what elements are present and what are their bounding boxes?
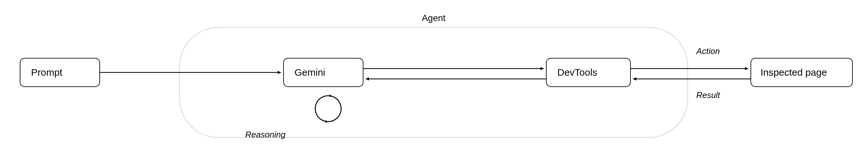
agent-group-label: Agent	[422, 13, 445, 23]
edge-reasoning-loop	[315, 96, 341, 122]
node-inspected-page: Inspected page	[751, 58, 852, 87]
edge-result-label: Result	[696, 90, 720, 100]
node-devtools: DevTools	[546, 58, 630, 87]
node-gemini: Gemini	[283, 58, 363, 87]
node-inspected-page-label: Inspected page	[761, 67, 827, 77]
node-prompt: Prompt	[20, 58, 100, 87]
node-gemini-label: Gemini	[294, 67, 325, 77]
edge-action-label: Action	[696, 46, 720, 56]
edge-reasoning-label: Reasoning	[245, 130, 286, 139]
node-prompt-label: Prompt	[31, 67, 62, 77]
node-devtools-label: DevTools	[557, 67, 597, 77]
